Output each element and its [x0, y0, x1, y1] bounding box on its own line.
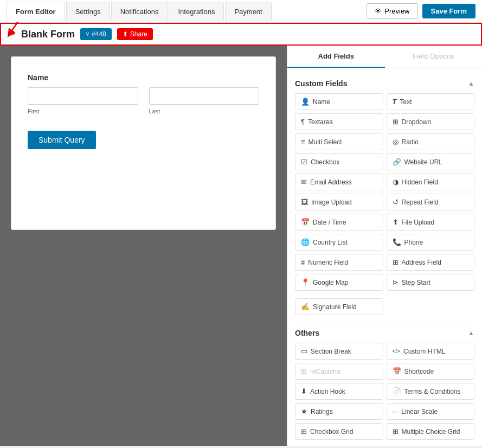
field-checkbox-grid-label: Checkbox Grid [310, 428, 353, 436]
radio-icon: ◎ [393, 138, 399, 146]
field-terms-label: Terms & Conditions [404, 388, 461, 395]
first-name-input[interactable] [28, 87, 138, 105]
tab-settings[interactable]: Settings [66, 2, 110, 21]
field-multiple-choice-grid[interactable]: ⊞ Multiple Choice Grid [387, 423, 475, 440]
edit-icon: ✏ [9, 29, 16, 39]
checkbox-icon: ☑ [301, 158, 307, 166]
form-id-badge[interactable]: ⑂ #448 [80, 28, 112, 40]
field-step-start-label: Step Start [402, 279, 430, 286]
field-ratings[interactable]: ★ Ratings [295, 403, 383, 420]
field-custom-html-label: Custom HTML [403, 348, 445, 355]
field-checkbox-label: Checkbox [311, 158, 339, 166]
field-address[interactable]: ⊞ Address Field [387, 254, 475, 271]
submit-button[interactable]: Submit Query [28, 131, 96, 149]
last-sublabel: Last [149, 108, 260, 114]
field-custom-html[interactable]: </> Custom HTML [387, 343, 475, 360]
field-signature[interactable]: ✍ Signature Field [295, 298, 383, 315]
field-file-upload[interactable]: ⬆ File Upload [387, 214, 475, 231]
field-textarea-label: Textarea [308, 118, 333, 126]
field-website-url-label: Website URL [404, 158, 442, 166]
tab-form-editor[interactable]: Form Editor [7, 2, 65, 22]
globe-icon: 🌐 [301, 238, 310, 246]
field-country[interactable]: 🌐 Country List [295, 234, 383, 251]
field-checkbox-grid[interactable]: ⊞ Checkbox Grid [295, 423, 383, 440]
field-name[interactable]: 👤 Name [295, 93, 383, 110]
field-section-break[interactable]: ▭ Section Break [295, 343, 383, 360]
person-icon: 👤 [301, 98, 310, 106]
field-google-map[interactable]: 📍 Google Map [295, 274, 383, 291]
field-hidden-label: Hidden Field [402, 178, 438, 186]
chevron-up-icon: ▲ [468, 80, 474, 87]
tab-payment[interactable]: Payment [225, 2, 271, 21]
field-radio-label: Radio [402, 138, 419, 146]
field-google-map-label: Google Map [313, 279, 348, 286]
field-multi-select-label: Multi Select [309, 138, 342, 146]
chevron-down-icon: ▲ [468, 329, 474, 337]
field-image-upload[interactable]: 🖼 Image Upload [295, 194, 383, 210]
field-repeat-label: Repeat Field [402, 199, 439, 206]
tab-field-options[interactable]: Field Options [385, 46, 483, 68]
field-shortcode-label: Shortcode [404, 368, 434, 375]
custom-fields-grid: 👤 Name T Text ¶ Textarea ⊞ Dropdown [295, 93, 474, 291]
field-recaptcha[interactable]: ⊞ reCaptcha [295, 363, 383, 380]
form-title: Blank Form [21, 29, 75, 40]
save-form-button[interactable]: Save Form [422, 4, 475, 18]
field-hidden[interactable]: ◑ Hidden Field [387, 174, 475, 190]
last-name-input[interactable] [149, 87, 260, 105]
calendar-icon: 📅 [301, 218, 310, 226]
canvas-area: Name First Last Submit Query [0, 46, 287, 446]
field-phone-label: Phone [404, 239, 423, 246]
field-section-break-label: Section Break [311, 348, 351, 355]
field-linear-scale[interactable]: ··· Linear Scale [387, 403, 475, 420]
hidden-icon: ◑ [393, 178, 399, 186]
name-inputs-row [28, 87, 259, 105]
section-divider [295, 323, 474, 323]
field-country-label: Country List [313, 239, 348, 246]
field-phone[interactable]: 📞 Phone [387, 234, 475, 251]
hook-icon: ⬇ [301, 387, 307, 395]
tab-notifications[interactable]: Notifications [111, 2, 168, 21]
field-multi-select[interactable]: ≡ Multi Select [295, 133, 383, 150]
field-textarea[interactable]: ¶ Textarea [295, 113, 383, 130]
field-numeric[interactable]: # Numeric Field [295, 254, 383, 271]
section-icon: ▭ [301, 347, 307, 355]
share-icon: ⬆ [123, 30, 128, 38]
field-step-start[interactable]: ⊳ Step Start [387, 274, 475, 291]
terms-icon: 📄 [393, 387, 401, 395]
grid-icon: ⊞ [301, 427, 307, 436]
field-email[interactable]: ✉ Email Address [295, 174, 383, 190]
share-button[interactable]: ⬆ Share [117, 28, 153, 40]
star-icon: ★ [301, 407, 307, 415]
field-action-hook[interactable]: ⬇ Action Hook [295, 383, 383, 400]
upload-icon: ⬆ [393, 218, 399, 226]
field-dropdown[interactable]: ⊞ Dropdown [387, 113, 475, 130]
preview-button[interactable]: 👁 Preview [367, 3, 417, 19]
field-multiple-choice-grid-label: Multiple Choice Grid [402, 428, 460, 436]
field-text-label: Text [400, 98, 412, 106]
name-sublabels: First Last [28, 108, 259, 114]
main-layout: Name First Last Submit Query Add Fields … [0, 46, 482, 446]
panel-tabs: Add Fields Field Options [287, 46, 482, 68]
map-icon: 📍 [301, 278, 310, 286]
signature-row: ✍ Signature Field [295, 298, 474, 315]
field-file-upload-label: File Upload [402, 219, 435, 226]
form-canvas: Name First Last Submit Query [11, 56, 276, 230]
choice-grid-icon: ⊞ [393, 427, 399, 436]
html-icon: </> [393, 348, 400, 354]
others-fields-grid: ▭ Section Break </> Custom HTML ⊞ reCapt… [295, 343, 474, 440]
eye-icon: 👁 [375, 7, 382, 15]
nav-tabs: Form Editor Settings Notifications Integ… [7, 2, 273, 21]
repeat-icon: ↺ [393, 198, 399, 206]
field-shortcode[interactable]: 📅 Shortcode [387, 363, 475, 380]
field-datetime[interactable]: 📅 Date / Time [295, 214, 383, 231]
field-text[interactable]: T Text [387, 93, 475, 110]
tab-add-fields[interactable]: Add Fields [287, 46, 385, 68]
field-terms[interactable]: 📄 Terms & Conditions [387, 383, 475, 400]
image-icon: 🖼 [301, 198, 308, 206]
field-website-url[interactable]: 🔗 Website URL [387, 153, 475, 170]
field-checkbox[interactable]: ☑ Checkbox [295, 153, 383, 170]
field-repeat[interactable]: ↺ Repeat Field [387, 194, 475, 210]
field-radio[interactable]: ◎ Radio [387, 133, 475, 150]
multi-select-icon: ≡ [301, 138, 305, 146]
tab-integrations[interactable]: Integrations [169, 2, 224, 21]
